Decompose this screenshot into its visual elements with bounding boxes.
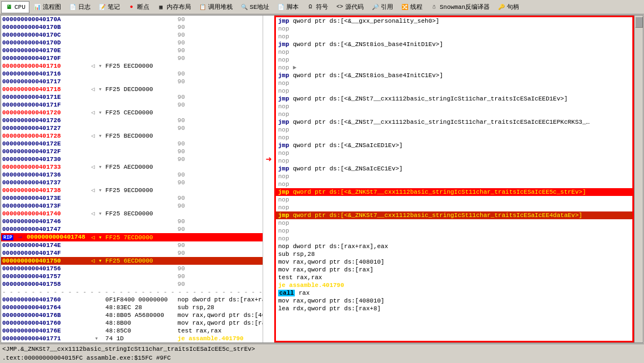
toolbar-src[interactable]: <> 源代码 bbox=[332, 1, 368, 13]
toolbar-call[interactable]: 📋 调用堆栈 bbox=[195, 1, 237, 13]
table-row[interactable]: 000000000040170D90 bbox=[1, 39, 263, 47]
table-row[interactable]: 000000000040174E90 bbox=[1, 241, 263, 249]
table-row[interactable]: 000000000040175690 bbox=[1, 265, 263, 273]
table-row[interactable]: jmp qword ptr ds:[<&_ZNSt8ios_base4InitC… bbox=[276, 72, 632, 79]
toolbar-ref[interactable]: 🔎 引用 bbox=[368, 1, 397, 13]
table-row[interactable]: 000000000040172790 bbox=[1, 124, 263, 132]
toolbar-thread[interactable]: 🔀 线程 bbox=[397, 1, 426, 13]
table-row[interactable]: 000000000040171E90 bbox=[1, 93, 263, 101]
log-icon: 📄 bbox=[69, 3, 77, 11]
table-row[interactable]: 000000000040170F90 bbox=[1, 54, 263, 62]
scrollbar[interactable] bbox=[634, 16, 643, 342]
table-row[interactable]: 000000000040172E90 bbox=[1, 140, 263, 148]
table-row[interactable]: mov rax,qword ptr ds:[rax] bbox=[276, 266, 632, 274]
table-row[interactable]: 000000000040173F90 bbox=[1, 202, 263, 210]
table-row[interactable]: jmp qword ptr ds:[<&_ZNSaIcEC1Ev>] bbox=[276, 165, 632, 173]
table-row[interactable]: nop bbox=[276, 149, 632, 157]
table-row[interactable]: nop bbox=[276, 173, 632, 180]
table-row[interactable]: nop bbox=[276, 25, 632, 33]
table-row[interactable]: 000000000040170E90 bbox=[1, 47, 263, 54]
table-row[interactable]: 000000000040174F90 bbox=[1, 249, 263, 257]
table-row[interactable]: 000000000040171690 bbox=[1, 70, 263, 78]
table-row-rip[interactable]: RIP → 0000000000401748 ◁ ▾ FF25 7ECD0000 bbox=[1, 233, 263, 241]
table-row[interactable]: 000000000040172F90 bbox=[1, 148, 263, 155]
toolbar-handle[interactable]: 🔑 句柄 bbox=[494, 1, 523, 13]
table-row[interactable]: 000000000040170B90 bbox=[1, 23, 263, 31]
table-row[interactable]: nop bbox=[276, 110, 632, 118]
toolbar-note[interactable]: 📝 笔记 bbox=[94, 1, 124, 13]
table-row[interactable]: 0000000000401733◁ ▾FF25 AECD0000 bbox=[1, 163, 263, 171]
table-row[interactable]: 0000000000401718◁ ▾FF25 DECD0000 bbox=[1, 85, 263, 93]
toolbar-se[interactable]: 🔍 SE地址 bbox=[237, 1, 273, 13]
table-row[interactable]: 000000000040174690 bbox=[1, 218, 263, 225]
table-row[interactable]: 000000000040176048:8B00mov rax,qword ptr… bbox=[1, 319, 263, 327]
table-row[interactable]: nop bbox=[276, 56, 632, 64]
table-row[interactable]: jmp qword ptr ds:[<&__gxx_personality_se… bbox=[276, 17, 632, 25]
table-row[interactable]: nop bbox=[276, 103, 632, 110]
table-row[interactable]: test rax,rax bbox=[276, 274, 632, 281]
table-row[interactable]: 000000000040176448:83EC 28sub rsp,28 bbox=[1, 304, 263, 311]
table-row[interactable]: 00000000004017600F1F8400 00000000nop dwo… bbox=[1, 296, 263, 304]
toolbar-cpu[interactable]: 🖥 CPU bbox=[1, 1, 29, 13]
table-row-selected[interactable]: 0000000000401750 ◁ ▾ FF25 6ECD0000 bbox=[1, 257, 263, 265]
table-row[interactable]: jmp qword ptr ds:[<&_ZNSt7__cxx1112basic… bbox=[276, 118, 632, 126]
table-row[interactable]: 0000000000401738◁ ▾FF25 9ECD0000 bbox=[1, 186, 263, 194]
table-row[interactable]: nop bbox=[276, 157, 632, 165]
main-area: 000000000040170A90 000000000040170B90 00… bbox=[0, 14, 644, 363]
table-row[interactable]: 000000000040171790 bbox=[1, 78, 263, 85]
table-row[interactable]: 000000000040173790 bbox=[1, 179, 263, 186]
table-row[interactable]: 000000000040175790 bbox=[1, 273, 263, 280]
table-row[interactable]: nop dword ptr ds:[rax+rax],eax bbox=[276, 243, 632, 250]
table-row[interactable]: 000000000040172690 bbox=[1, 117, 263, 124]
table-row[interactable]: 000000000040171F90 bbox=[1, 101, 263, 109]
toolbar-script[interactable]: 📄 脚本 bbox=[273, 1, 303, 13]
toolbar-bp[interactable]: ● 断点 bbox=[124, 1, 153, 13]
toolbar-sym[interactable]: Ω 符号 bbox=[303, 1, 332, 13]
table-row[interactable]: 000000000040173090 bbox=[1, 155, 263, 163]
table-row-selected[interactable]: jmp qword ptr ds:[<&_ZNKSt7__cxx1112basi… bbox=[276, 211, 632, 219]
table-row[interactable]: jmp qword ptr ds:[<&_ZNSt8ios_base4InitD… bbox=[276, 41, 632, 48]
table-row[interactable]: nop bbox=[276, 219, 632, 227]
table-row[interactable]: 000000000040170C90 bbox=[1, 31, 263, 39]
table-row[interactable]: nop bbox=[276, 79, 632, 87]
table-row[interactable]: 0000000000401740◁ ▾FF25 8ECD0000 bbox=[1, 210, 263, 218]
table-row[interactable]: nop bbox=[276, 196, 632, 204]
table-row[interactable]: call rax bbox=[276, 289, 632, 297]
toolbar-mem[interactable]: ▦ 内存布局 bbox=[153, 1, 195, 13]
table-row[interactable]: 0000000000401728◁ ▾FF25 BECD0000 bbox=[1, 132, 263, 140]
table-row[interactable]: nop bbox=[276, 180, 632, 188]
table-row[interactable]: nop bbox=[276, 235, 632, 243]
table-row[interactable]: mov rax,qword ptr ds:[408010] bbox=[276, 297, 632, 305]
table-row[interactable]: 000000000040170A90 bbox=[1, 16, 263, 23]
table-row[interactable]: nop bbox=[276, 204, 632, 211]
table-row[interactable]: 000000000040175890 bbox=[1, 280, 263, 288]
table-row-rip[interactable]: jmp qword ptr ds:[<&_ZNKSt7__cxx1112basi… bbox=[276, 188, 632, 196]
table-row[interactable]: jmp qword ptr ds:[<&_ZNSt7__cxx1112basic… bbox=[276, 95, 632, 103]
table-row[interactable]: sub rsp,28 bbox=[276, 250, 632, 258]
table-row[interactable]: nop bbox=[276, 134, 632, 142]
bp-icon: ● bbox=[128, 3, 135, 11]
table-row[interactable]: 000000000040174790 bbox=[1, 225, 263, 233]
toolbar-log[interactable]: 📄 日志 bbox=[65, 1, 94, 13]
table-row[interactable]: nop bbox=[276, 227, 632, 235]
table-row[interactable]: jmp qword ptr ds:[<&_ZNSaIcED1Ev>] bbox=[276, 142, 632, 149]
table-row[interactable]: 0000000000401720◁ ▾FF25 CECD0000 bbox=[1, 109, 263, 117]
table-row[interactable]: 000000000040173690 bbox=[1, 171, 263, 179]
status-line2: .text:00000000004015FC assamble.exe:$15F… bbox=[2, 354, 642, 362]
table-row[interactable]: 000000000040173E90 bbox=[1, 194, 263, 202]
table-row[interactable]: nop bbox=[276, 87, 632, 95]
table-row[interactable]: nop bbox=[276, 48, 632, 56]
toolbar-flow[interactable]: 📊 流程图 bbox=[29, 1, 65, 13]
table-row[interactable]: nop bbox=[276, 126, 632, 134]
table-row[interactable]: 0000000000401771▾74 1Dje assamble.401790 bbox=[1, 335, 263, 342]
table-row[interactable]: nop ► bbox=[276, 64, 632, 72]
table-row[interactable]: mov rax,qword ptr ds:[408010] bbox=[276, 258, 632, 266]
cpu-icon: 🖥 bbox=[5, 3, 13, 11]
table-row[interactable]: lea rdx,qword ptr ds:[rax+8] bbox=[276, 305, 632, 312]
table-row[interactable]: 000000000040176B48:8B05 A5680000mov rax,… bbox=[1, 311, 263, 319]
table-row[interactable]: 000000000040176E48:85C0test rax,rax bbox=[1, 327, 263, 335]
table-row[interactable]: nop bbox=[276, 33, 632, 41]
table-row[interactable]: je assamble.401790 bbox=[276, 281, 632, 289]
table-row[interactable]: 0000000000401710◁ ▾FF25 EECD0000 bbox=[1, 62, 263, 70]
toolbar-snowman[interactable]: ☃ Snowman反编译器 bbox=[426, 1, 494, 13]
